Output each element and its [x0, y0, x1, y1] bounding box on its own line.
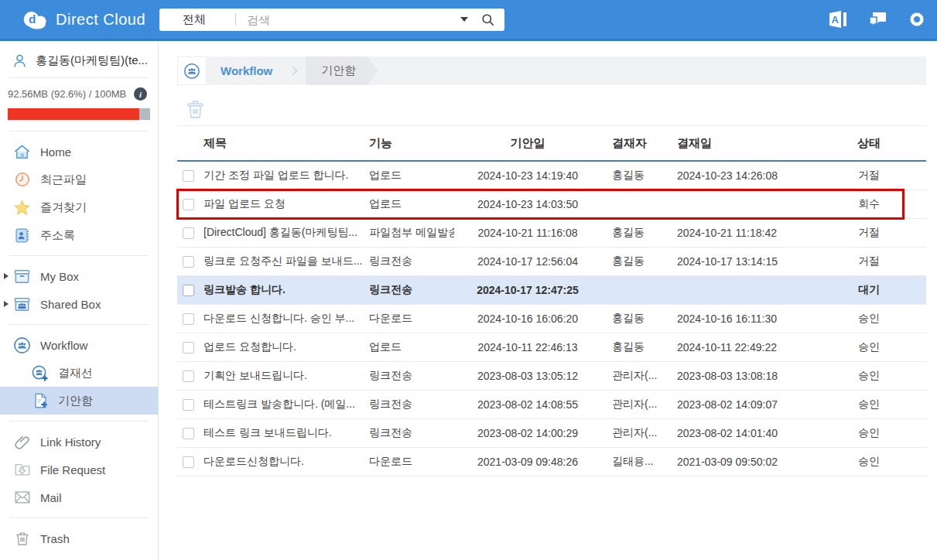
expand-caret-icon[interactable] — [4, 301, 9, 307]
row-checkbox-cell — [177, 170, 203, 182]
row-checkbox[interactable] — [183, 199, 194, 210]
chevron-down-icon[interactable] — [460, 17, 468, 22]
my-box-icon — [13, 268, 31, 285]
cell-function: 링크전송 — [369, 254, 454, 268]
cell-status: 거절 — [812, 226, 926, 240]
sidebar-item-label: Workflow — [40, 339, 87, 352]
cell-draft-date: 2024-10-23 14:03:50 — [454, 198, 601, 210]
cell-title: 기획안 보내드립니다. — [203, 369, 369, 383]
row-checkbox[interactable] — [183, 227, 194, 239]
topbar: d Direct Cloud 전체 A — [0, 0, 937, 41]
sidebar-item-my-box[interactable]: My Box — [0, 262, 158, 290]
search-divider — [235, 13, 236, 26]
cell-title: [DirectCloud] 홍길동(마케팅팀... — [203, 226, 369, 240]
sidebar-item-mail[interactable]: Mail — [0, 483, 158, 511]
row-checkbox[interactable] — [183, 456, 194, 468]
sidebar-item-draft-box[interactable]: 기안함 — [0, 387, 158, 415]
user-icon — [12, 53, 28, 69]
table-row[interactable]: 테스트 링크 보내드립니다.링크전송2023-08-02 14:00:29관리자… — [177, 419, 926, 448]
sidebar-item-recent-files[interactable]: 최근파일 — [0, 166, 158, 193]
cell-status: 대기 — [812, 283, 926, 297]
row-checkbox[interactable] — [183, 256, 194, 268]
settings-gear-icon[interactable] — [908, 10, 926, 29]
row-checkbox[interactable] — [183, 285, 194, 296]
cell-draft-date: 2023-08-02 14:00:29 — [454, 427, 601, 439]
table-row[interactable]: 파일 업로드 요청업로드2024-10-23 14:03:50회수 — [177, 190, 926, 219]
sidebar-item-shared-box[interactable]: Shared Box — [0, 290, 158, 318]
table-row[interactable]: 기간 조정 파일 업로드 합니다.업로드2024-10-23 14:19:40홍… — [177, 162, 926, 190]
table-row[interactable]: 링크발송 합니다.링크전송2024-10-17 12:47:25대기 — [177, 276, 926, 305]
sidebar-item-home[interactable]: Home — [0, 138, 158, 166]
header-draft-date: 기안일 — [454, 136, 601, 151]
language-icon[interactable]: A — [828, 10, 848, 29]
row-checkbox[interactable] — [183, 370, 194, 382]
user-profile[interactable]: 홍길동(마케팅팀)(te... — [0, 43, 158, 77]
address-book-icon — [13, 227, 31, 244]
storage-bar — [8, 108, 150, 120]
brand-name: Direct Cloud — [56, 11, 145, 29]
svg-text:d: d — [29, 12, 36, 26]
row-checkbox-cell — [177, 399, 203, 411]
sidebar-item-link-history[interactable]: Link History — [0, 428, 158, 456]
sidebar-item-approval-line[interactable]: 결재선 — [0, 359, 158, 387]
cell-draft-date: 2023-08-03 13:05:12 — [454, 370, 601, 382]
sidebar-item-file-request[interactable]: File Request — [0, 456, 158, 483]
cell-approver: 길태용... — [601, 455, 665, 469]
table-row[interactable]: 다운로드신청합니다.다운로드2021-03-09 09:48:26길태용...2… — [177, 448, 926, 476]
search-icon[interactable] — [480, 12, 495, 27]
cell-function: 다운로드 — [369, 312, 454, 326]
table-row[interactable]: 테스트링크 발송합니다. (메일...링크전송2023-08-02 14:08:… — [177, 391, 926, 419]
brand-logo[interactable]: d Direct Cloud — [22, 8, 159, 31]
trash-icon — [13, 530, 31, 547]
search-scope-dropdown[interactable]: 전체 — [183, 12, 206, 27]
row-checkbox[interactable] — [183, 342, 194, 353]
search-input[interactable] — [247, 13, 460, 26]
row-checkbox[interactable] — [183, 170, 194, 182]
sidebar-item-label: My Box — [40, 270, 79, 283]
workflow-icon — [183, 63, 200, 80]
cell-draft-date: 2023-08-02 14:08:55 — [454, 398, 601, 411]
table-row[interactable]: 업로드 요청합니다.업로드2024-10-11 22:46:13홍길동2024-… — [177, 333, 926, 362]
delete-selected-button[interactable] — [186, 99, 205, 120]
row-checkbox-cell — [177, 428, 203, 439]
row-checkbox[interactable] — [183, 399, 194, 411]
cell-function: 파일첨부 메일발송 — [369, 226, 454, 240]
sidebar-item-workflow[interactable]: Workflow — [0, 331, 158, 359]
expand-caret-icon[interactable] — [4, 273, 9, 279]
cell-title: 파일 업로드 요청 — [203, 197, 369, 211]
table-row[interactable]: [DirectCloud] 홍길동(마케팅팀...파일첨부 메일발송2024-1… — [177, 219, 926, 248]
row-checkbox-cell — [177, 313, 203, 325]
draft-box-icon — [31, 392, 49, 409]
row-checkbox[interactable] — [183, 313, 194, 325]
approval-line-icon — [31, 364, 49, 382]
header-status: 상태 — [812, 136, 926, 151]
row-checkbox[interactable] — [183, 428, 194, 439]
table-row[interactable]: 다운로드 신청합니다. 승인 부...다운로드2024-10-16 16:06:… — [177, 305, 926, 333]
sidebar-item-trash[interactable]: Trash — [0, 524, 158, 552]
row-checkbox-cell — [177, 370, 203, 382]
table-row[interactable]: 링크로 요청주신 파일을 보내드...링크전송2024-10-17 12:56:… — [177, 248, 926, 276]
cell-title: 링크로 요청주신 파일을 보내드... — [203, 254, 369, 268]
table-header-row: 제목 기능 기안일 결재자 결재일 상태 — [177, 126, 926, 162]
chat-icon[interactable] — [868, 11, 887, 29]
info-icon[interactable]: i — [134, 87, 147, 101]
cell-draft-date: 2024-10-17 12:56:04 — [454, 255, 601, 268]
cell-status: 회수 — [812, 197, 926, 211]
sidebar-nav-tools: Link History File Request — [0, 422, 158, 517]
cell-status: 승인 — [812, 426, 926, 440]
app-window: d Direct Cloud 전체 A — [0, 0, 937, 560]
cell-approver: 관리자(... — [601, 369, 665, 383]
breadcrumb-root[interactable]: Workflow — [207, 56, 289, 85]
cell-approver: 관리자(... — [601, 426, 665, 440]
chevron-right-icon — [288, 66, 298, 76]
cell-function: 다운로드 — [369, 455, 454, 469]
table-row[interactable]: 기획안 보내드립니다.링크전송2023-08-03 13:05:12관리자(..… — [177, 362, 926, 391]
trash-icon — [186, 99, 205, 120]
cell-function: 링크전송 — [369, 426, 454, 440]
row-checkbox-cell — [177, 199, 203, 210]
sidebar-item-address-book[interactable]: 주소록 — [0, 221, 158, 249]
header-function: 기능 — [369, 136, 454, 151]
search-bar: 전체 — [159, 9, 504, 31]
mail-icon — [13, 489, 31, 506]
sidebar-item-favorites[interactable]: 즐겨찾기 — [0, 193, 158, 221]
